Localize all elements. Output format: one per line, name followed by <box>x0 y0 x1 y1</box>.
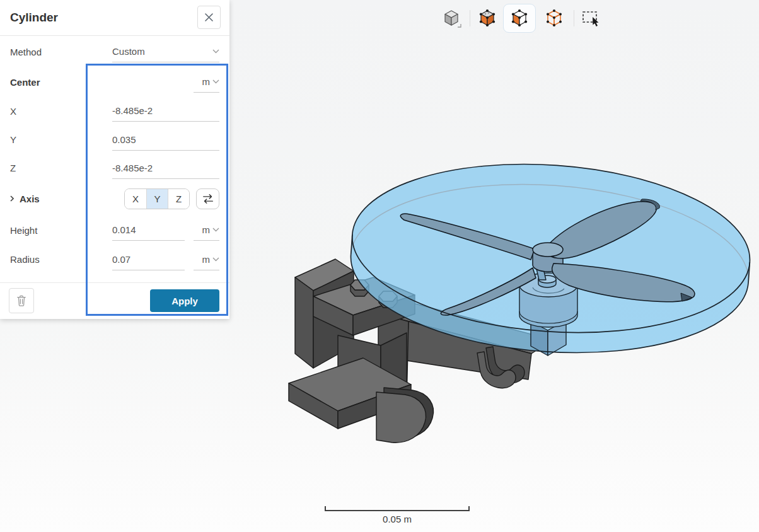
radius-value: 0.07 <box>112 254 130 265</box>
y-input[interactable]: 0.035 <box>112 129 219 151</box>
height-row: Height 0.014 m <box>0 215 229 245</box>
radius-unit-dropdown[interactable]: m <box>194 249 219 270</box>
select-edge-icon <box>546 9 562 28</box>
y-label: Y <box>10 134 16 145</box>
height-unit-dropdown[interactable]: m <box>194 219 219 241</box>
select-volume-icon <box>479 9 495 28</box>
panel-title: Cylinder <box>10 11 58 25</box>
scale-bar: 0.05 m <box>325 506 470 524</box>
radius-input[interactable]: 0.07 <box>112 249 185 270</box>
axis-label: Axis <box>20 194 40 204</box>
x-value: -8.485e-2 <box>112 105 153 116</box>
center-z-row: Z -8.485e-2 <box>0 154 229 182</box>
trash-icon <box>16 294 27 307</box>
z-label: Z <box>10 163 16 173</box>
z-value: -8.485e-2 <box>112 163 153 173</box>
y-value: 0.035 <box>112 134 136 145</box>
method-label: Method <box>10 47 42 57</box>
box-select-icon <box>582 9 601 28</box>
center-unit-dropdown[interactable]: m <box>194 71 219 93</box>
center-x-row: X -8.485e-2 <box>0 96 229 125</box>
flip-axis-button[interactable] <box>196 188 219 209</box>
chevron-down-icon <box>212 228 219 232</box>
propeller-hub <box>533 243 563 257</box>
apply-button[interactable]: Apply <box>150 289 219 312</box>
select-face-button[interactable] <box>503 4 536 33</box>
panel-footer: Apply <box>0 282 229 319</box>
center-unit-value: m <box>202 76 211 87</box>
delete-button[interactable] <box>9 288 34 313</box>
axis-segmented-control: X Y Z <box>124 188 190 209</box>
chevron-down-icon <box>212 79 219 84</box>
height-unit-value: m <box>202 224 211 235</box>
select-edge-button[interactable] <box>542 5 566 32</box>
center-row: Center m <box>0 67 229 96</box>
axis-expand-caret[interactable] <box>10 195 14 202</box>
close-icon <box>205 13 213 21</box>
radius-label: Radius <box>10 254 40 265</box>
method-row: Method Custom <box>0 36 229 67</box>
height-value: 0.014 <box>112 224 136 235</box>
toolbar-separator <box>470 10 470 26</box>
x-label: X <box>10 106 16 117</box>
method-value: Custom <box>112 46 145 57</box>
toolbar-separator <box>574 10 574 26</box>
axis-y-button[interactable]: Y <box>146 189 168 209</box>
axis-z-button[interactable]: Z <box>168 189 189 209</box>
axis-controls: X Y Z <box>124 188 219 209</box>
cylinder-panel: Cylinder Method Custom Center m <box>0 0 229 319</box>
center-y-row: Y 0.035 <box>0 125 229 154</box>
view-cube-button[interactable] <box>441 5 465 32</box>
select-face-icon <box>511 9 528 28</box>
method-dropdown[interactable]: Custom <box>112 41 219 62</box>
box-select-button[interactable] <box>579 5 603 32</box>
chevron-down-icon <box>212 49 219 54</box>
panel-header: Cylinder <box>0 0 229 36</box>
view-toolbar <box>441 3 603 33</box>
center-label: Center <box>10 77 40 88</box>
x-input[interactable]: -8.485e-2 <box>112 100 219 122</box>
swap-arrows-icon <box>202 194 214 204</box>
panel-body: Method Custom Center m X -8.485e-2 Y <box>0 36 229 274</box>
height-input[interactable]: 0.014 <box>112 219 185 241</box>
view-cube-icon <box>443 9 462 28</box>
scale-bar-line <box>325 506 470 511</box>
select-volume-button[interactable] <box>475 5 499 32</box>
close-button[interactable] <box>197 6 221 29</box>
radius-row: Radius 0.07 m <box>0 245 229 274</box>
z-input[interactable]: -8.485e-2 <box>112 158 219 179</box>
chevron-down-icon <box>212 257 219 262</box>
axis-x-button[interactable]: X <box>125 189 146 209</box>
height-label: Height <box>10 225 37 236</box>
axis-row: Axis X Y Z <box>0 182 229 215</box>
scale-bar-label: 0.05 m <box>325 514 470 524</box>
chevron-right-icon <box>10 195 14 202</box>
radius-unit-value: m <box>202 254 211 265</box>
